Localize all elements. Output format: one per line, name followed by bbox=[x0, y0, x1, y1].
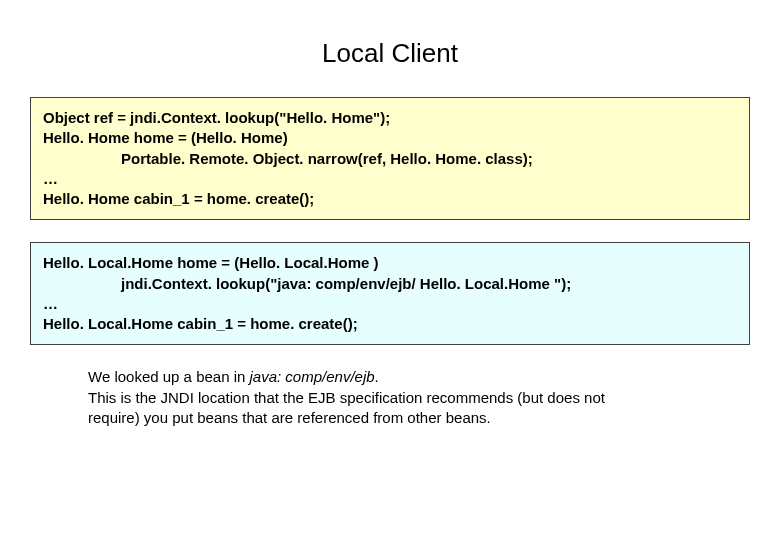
explanatory-note: We looked up a bean in java: comp/env/ej… bbox=[88, 367, 710, 428]
code-block-local: Hello. Local.Home home = (Hello. Local.H… bbox=[30, 242, 750, 345]
note-text: . bbox=[375, 368, 379, 385]
code-token: cabin_1 = home. create(); bbox=[173, 315, 358, 332]
code-token: home = ( bbox=[173, 254, 239, 271]
code-line: Hello. Local.Home home = (Hello. Local.H… bbox=[43, 253, 737, 273]
page-title: Local Client bbox=[30, 38, 750, 69]
note-text: require) you put beans that are referenc… bbox=[88, 409, 491, 426]
code-line: jndi.Context. lookup("java: comp/env/ejb… bbox=[43, 274, 737, 294]
note-text-italic: java: comp/env/ejb bbox=[250, 368, 375, 385]
code-line: Hello. Home home = (Hello. Home) bbox=[43, 128, 737, 148]
code-token: Hello. Local.Home bbox=[43, 254, 173, 271]
code-token: Hello. Local.Home bbox=[239, 254, 369, 271]
code-line: Portable. Remote. Object. narrow(ref, He… bbox=[43, 149, 737, 169]
code-line: … bbox=[43, 169, 737, 189]
code-block-remote: Object ref = jndi.Context. lookup("Hello… bbox=[30, 97, 750, 220]
code-line: Hello. Local.Home cabin_1 = home. create… bbox=[43, 314, 737, 334]
note-text: We looked up a bean in bbox=[88, 368, 250, 385]
code-token: Hello. Local.Home bbox=[43, 315, 173, 332]
code-line: Object ref = jndi.Context. lookup("Hello… bbox=[43, 108, 737, 128]
code-line: … bbox=[43, 294, 737, 314]
note-text: This is the JNDI location that the EJB s… bbox=[88, 389, 605, 406]
code-token: "); bbox=[550, 275, 571, 292]
code-token: jndi.Context. lookup("java: comp/env/ejb… bbox=[121, 275, 420, 292]
code-line: Hello. Home cabin_1 = home. create(); bbox=[43, 189, 737, 209]
slide: Local Client Object ref = jndi.Context. … bbox=[0, 0, 780, 540]
code-token: ) bbox=[369, 254, 378, 271]
code-token: Hello. Local.Home bbox=[420, 275, 550, 292]
